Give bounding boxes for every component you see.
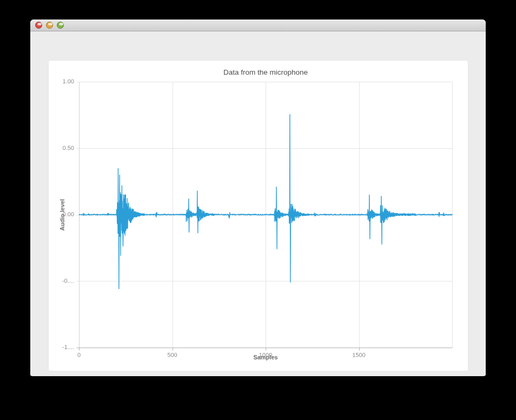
minimize-button[interactable] bbox=[46, 22, 53, 29]
zoom-button[interactable] bbox=[57, 22, 64, 29]
chart-title: Data from the microphone bbox=[79, 68, 452, 76]
x-axis-title: Samples bbox=[79, 354, 452, 360]
close-button[interactable] bbox=[35, 22, 42, 29]
desktop-background: Data from the microphone Audio level Sam… bbox=[0, 0, 516, 420]
y-axis-title: Audio level bbox=[59, 199, 65, 231]
waveform-chart-canvas bbox=[49, 61, 468, 371]
macos-window: Data from the microphone Audio level Sam… bbox=[30, 19, 486, 376]
window-body: Data from the microphone Audio level Sam… bbox=[30, 31, 486, 376]
window-titlebar[interactable] bbox=[30, 19, 486, 31]
window-controls bbox=[35, 22, 64, 29]
chart-card: Data from the microphone Audio level Sam… bbox=[49, 61, 468, 371]
